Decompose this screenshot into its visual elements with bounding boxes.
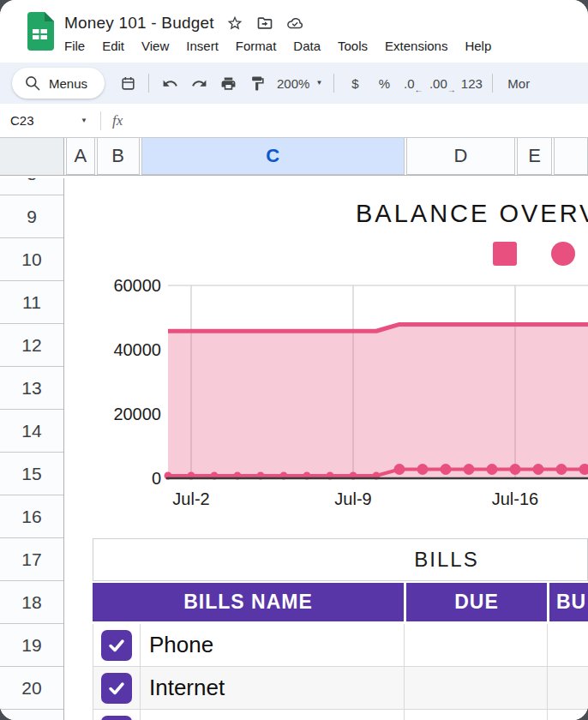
undo-button[interactable] — [157, 69, 183, 98]
name-box-value: C23 — [10, 113, 34, 128]
row-header-13[interactable]: 13 — [0, 367, 63, 410]
redo-button[interactable] — [186, 69, 212, 98]
menu-tools[interactable]: Tools — [329, 37, 376, 55]
bills-column-header-due[interactable]: DUE — [406, 583, 547, 621]
fx-icon: fx — [112, 112, 123, 129]
menu-extensions[interactable]: Extensions — [376, 37, 456, 55]
bills-column-header-bills-name[interactable]: BILLS NAME — [93, 583, 404, 621]
paint-format-button[interactable] — [244, 69, 270, 98]
menu-view[interactable]: View — [133, 37, 177, 55]
bills-column-header-bu[interactable]: BU — [549, 583, 588, 621]
menu-edit[interactable]: Edit — [93, 37, 133, 55]
select-all-corner[interactable] — [0, 138, 64, 175]
divider — [100, 111, 101, 130]
row-header-15[interactable]: 15 — [0, 453, 63, 495]
cloud-saved-icon[interactable] — [286, 15, 304, 33]
row-header-16[interactable]: 16 — [0, 495, 63, 538]
column-header-C[interactable]: C — [141, 138, 405, 175]
name-box[interactable]: C23 ▼ — [10, 113, 87, 128]
column-header-partial[interactable] — [554, 138, 588, 175]
chart-title: BALANCE OVERVIEW — [356, 200, 588, 228]
bill-name-cell[interactable] — [141, 710, 405, 720]
x-axis-label: Jul-9 — [334, 489, 371, 508]
chart-plot: 0200004000060000Jul-2Jul-9Jul-16 — [64, 178, 588, 538]
titlebar: Money 101 - Budget FileEditViewInsertFor… — [0, 0, 588, 60]
bill-name-cell[interactable]: Internet — [141, 667, 405, 709]
column-header-A[interactable]: A — [66, 138, 95, 175]
row-header-9[interactable]: 9 — [0, 195, 63, 238]
bills-table: BILLS BILLS NAMEDUEBUPhoneInternet — [93, 538, 588, 720]
bill-amount-cell[interactable] — [548, 624, 588, 666]
caret-down-icon: ▼ — [81, 117, 87, 124]
calendar-icon[interactable] — [115, 69, 141, 98]
document-title[interactable]: Money 101 - Budget — [64, 14, 214, 33]
bills-checkbox-cell — [93, 710, 141, 720]
sheet-canvas[interactable]: 0200004000060000Jul-2Jul-9Jul-16 BALANCE… — [64, 178, 588, 720]
toolbar-divider — [492, 74, 493, 93]
row-header-8[interactable]: 8 — [0, 178, 63, 195]
menu-format[interactable]: Format — [227, 37, 285, 55]
bill-due-cell[interactable] — [405, 624, 548, 666]
star-icon[interactable] — [226, 15, 244, 33]
format-currency-button[interactable]: $ — [340, 76, 369, 91]
checkbox-checked[interactable] — [101, 630, 132, 661]
bill-name-cell[interactable]: Phone — [141, 624, 405, 666]
format-percent-button[interactable]: % — [369, 76, 399, 91]
row-headers: 891011121314151617181920 — [0, 178, 64, 720]
bills-table-title-row[interactable]: BILLS — [93, 538, 588, 581]
y-axis-label: 0 — [152, 469, 161, 488]
row-header-14[interactable]: 14 — [0, 410, 63, 453]
toolbar-divider — [148, 74, 149, 93]
zoom-value: 200% — [277, 76, 309, 91]
sheets-window: Money 101 - Budget FileEditViewInsertFor… — [0, 0, 588, 720]
print-button[interactable] — [215, 69, 241, 98]
row-header-11[interactable]: 11 — [0, 281, 63, 324]
row-header-17[interactable]: 17 — [0, 538, 63, 581]
bills-row: Phone — [93, 624, 588, 667]
x-axis-label: Jul-2 — [172, 489, 209, 508]
column-headers: ABCDE — [0, 138, 588, 176]
bill-amount-cell[interactable] — [548, 710, 588, 720]
column-header-E[interactable]: E — [517, 138, 552, 175]
increase-decimals-button[interactable]: .00→ — [428, 76, 457, 91]
move-folder-icon[interactable] — [256, 15, 274, 33]
decrease-decimals-button[interactable]: .0← — [399, 76, 428, 91]
menus-label: Menus — [49, 76, 87, 91]
bill-due-cell[interactable] — [405, 710, 548, 720]
row-header-partial[interactable] — [0, 710, 63, 720]
row-header-18[interactable]: 18 — [0, 581, 63, 624]
y-axis-label: 60000 — [113, 276, 161, 295]
row-header-12[interactable]: 12 — [0, 324, 63, 367]
toolbar: Menus 200% ▼ $ % .0← .00→ 123 Mor — [0, 63, 588, 104]
sheets-logo-icon[interactable] — [26, 12, 54, 54]
search-icon — [23, 75, 41, 93]
column-header-B[interactable]: B — [97, 138, 140, 175]
grid-body: 891011121314151617181920 020000400006000… — [0, 178, 588, 720]
legend-circle-marker — [551, 242, 575, 266]
bill-due-cell[interactable] — [405, 667, 548, 709]
bills-row — [93, 710, 588, 720]
checkbox-checked[interactable] — [101, 716, 132, 720]
column-header-D[interactable]: D — [406, 138, 516, 175]
more-formats-button[interactable]: 123 — [457, 76, 486, 91]
bill-amount-cell[interactable] — [548, 667, 588, 709]
row-header-19[interactable]: 19 — [0, 624, 63, 667]
checkbox-checked[interactable] — [101, 673, 132, 704]
checkmark-icon — [111, 641, 123, 651]
font-select[interactable]: Mor — [507, 76, 530, 91]
formula-bar: C23 ▼ fx — [0, 104, 588, 138]
caret-down-icon: ▼ — [315, 80, 322, 87]
toolbar-divider — [333, 74, 334, 93]
menu-data[interactable]: Data — [285, 37, 329, 55]
menu-insert[interactable]: Insert — [177, 37, 227, 55]
menubar: FileEditViewInsertFormatDataToolsExtensi… — [56, 37, 500, 55]
zoom-select[interactable]: 200% ▼ — [277, 76, 322, 91]
legend-square-marker — [493, 242, 517, 266]
bills-row: Internet — [93, 667, 588, 710]
checkmark-icon — [111, 684, 123, 693]
menu-help[interactable]: Help — [456, 37, 500, 55]
menus-search-button[interactable]: Menus — [12, 68, 105, 99]
row-header-10[interactable]: 10 — [0, 238, 63, 281]
row-header-20[interactable]: 20 — [0, 667, 63, 710]
menu-file[interactable]: File — [56, 37, 93, 55]
